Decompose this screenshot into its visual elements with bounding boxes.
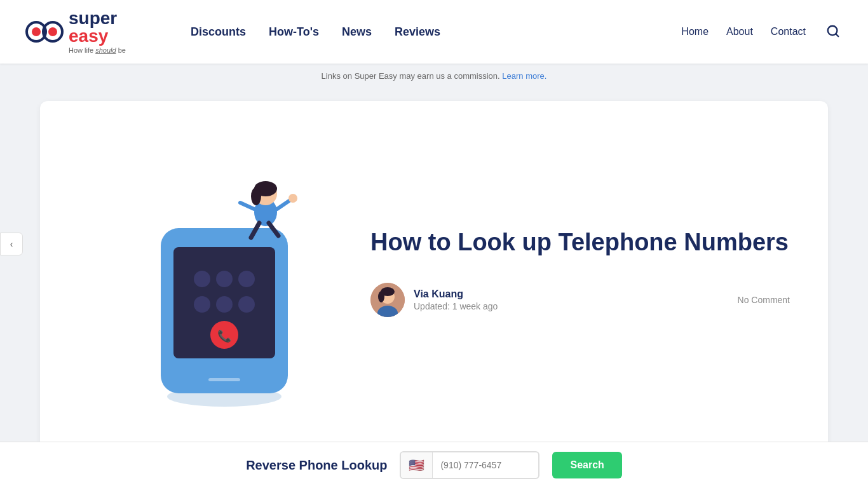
svg-point-8 [194,296,210,313]
author-details: Via Kuang Updated: 1 week ago [414,288,498,311]
author-name: Via Kuang [414,288,498,300]
svg-point-10 [238,296,255,313]
author-row: Via Kuang Updated: 1 week ago No Comment [370,283,790,317]
logo-area[interactable]: super easy How life should be [25,10,153,54]
learn-more-link[interactable]: Learn more. [502,71,546,81]
svg-point-7 [238,271,255,287]
search-button[interactable] [824,22,843,43]
search-submit-button[interactable]: Search [552,452,621,478]
svg-point-9 [216,296,233,313]
hero-image: 📞 [78,177,345,368]
nav-howtos[interactable]: How-To's [269,25,319,39]
nav-news[interactable]: News [342,25,372,39]
nav-reviews[interactable]: Reviews [395,25,440,39]
svg-line-21 [277,200,291,209]
svg-rect-13 [208,378,240,381]
phone-input[interactable] [433,455,534,475]
article-title: How to Look up Telephone Numbers [370,228,790,257]
article-card: 📞 [40,101,828,488]
svg-point-6 [216,271,233,287]
svg-line-1 [836,34,838,36]
logo-text: super easy How life should be [69,10,126,54]
secondary-nav: Home About Contact [681,22,843,43]
author-info: Via Kuang Updated: 1 week ago [370,283,498,317]
affiliate-text: Links on Super Easy may earn us a commis… [322,71,500,81]
phone-input-wrapper: 🇺🇸 [400,451,539,479]
affiliate-bar: Links on Super Easy may earn us a commis… [0,64,868,88]
phone-illustration: 📞 [142,177,281,368]
svg-point-22 [288,194,297,203]
nav-about[interactable]: About [726,26,753,37]
main-content: 📞 [15,88,853,488]
flag-icon: 🇺🇸 [401,452,433,478]
nav-discounts[interactable]: Discounts [191,25,246,39]
svg-text:📞: 📞 [217,329,232,343]
author-avatar [370,283,405,317]
bottom-bar: Reverse Phone Lookup 🇺🇸 Search [0,442,868,488]
nav-contact[interactable]: Contact [771,26,806,37]
hero-svg: 📞 [142,177,320,419]
author-updated: Updated: 1 week ago [414,301,498,311]
svg-point-17 [251,187,261,205]
article-info: How to Look up Telephone Numbers [370,228,790,317]
comment-count: No Comment [738,295,790,305]
svg-point-5 [194,271,210,287]
search-icon [826,24,840,38]
primary-nav: Discounts How-To's News Reviews [191,25,681,39]
hero-section: 📞 [40,101,828,444]
nav-home[interactable]: Home [681,26,709,37]
site-header: super easy How life should be Discounts … [0,0,868,64]
bottom-bar-title: Reverse Phone Lookup [246,458,387,473]
svg-line-20 [240,203,254,209]
logo-tagline: How life should be [69,46,126,54]
scroll-indicator[interactable]: ‹ [0,233,23,255]
logo-icon [25,21,64,43]
svg-point-27 [378,291,384,302]
chevron-down-icon: ‹ [10,239,13,249]
